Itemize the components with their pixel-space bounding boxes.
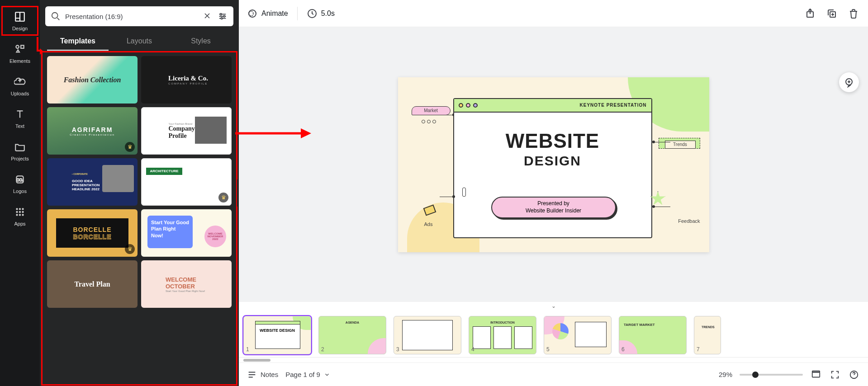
horizontal-scrollbar[interactable] [239,357,868,362]
separator [297,7,298,20]
svg-point-18 [249,10,256,17]
page-thumbnail-5[interactable] [544,316,612,354]
template-card[interactable]: ARCHITECTURE♛ [141,158,232,206]
browser-mockup: KEYNOTE PRESENTATION WEBSITE DESIGN Pres… [453,98,652,238]
animate-button[interactable]: Animate [247,8,288,19]
collapse-pages-button[interactable]: ⌄ [239,302,868,310]
grid-view-button[interactable] [810,369,822,381]
main-heading: WEBSITE [454,130,651,152]
template-card[interactable]: ▪ CORPORATEGOOD IDEA PRESENTATION HEADLI… [47,158,138,206]
zoom-slider[interactable] [740,374,803,376]
page-thumbnail-3[interactable] [394,316,461,354]
svg-point-15 [220,14,222,15]
page-thumbnail-2[interactable]: AGENDA [318,316,386,354]
page-thumbnail-4[interactable]: INTRODUCTION [469,316,536,354]
svg-point-17 [221,18,223,19]
svg-point-9 [19,211,21,213]
svg-point-14 [52,13,58,19]
template-search-input[interactable] [65,13,198,20]
svg-point-1 [16,45,19,48]
page-thumbnail-6[interactable]: TARGET MARKET [619,316,687,354]
star-icon [650,191,666,207]
fullscreen-button[interactable] [829,369,841,381]
panel-tabs: Templates Layouts Styles [40,33,239,51]
decoration-dots [422,120,436,123]
rail-logos[interactable]: CO. Logos [0,167,40,200]
page-strip: ⌄ WEBSITE DESIGN1 AGENDA2 3 INTRODUCTION… [239,302,868,362]
svg-point-8 [16,211,18,213]
template-card[interactable]: Fashion Collection [47,56,138,104]
editor: Animate 5.0s Market [239,0,868,386]
template-card[interactable]: WELCOME OCTOBERStart Your Good Plan Righ… [141,260,232,308]
presented-by-pill: Presented by Website Builder Insider [491,197,616,218]
pages-scroll[interactable]: WEBSITE DESIGN1 AGENDA2 3 INTRODUCTION4 … [239,310,868,357]
apps-icon [14,206,26,218]
rail-uploads-label: Uploads [11,91,29,96]
clock-icon [307,8,318,19]
template-card[interactable]: AGRIFARMCreative Presentation♛ [47,107,138,155]
notes-icon [247,370,257,380]
rail-apps-label: Apps [14,221,25,226]
notes-button[interactable]: Notes [247,370,278,380]
design-panel: Templates Layouts Styles Fashion Collect… [40,0,239,386]
chevron-down-icon [324,372,330,378]
annotation-arrow-1 [35,37,53,60]
delete-button[interactable] [847,7,860,20]
share-button[interactable] [804,7,816,20]
keynote-label: KEYNOTE PRESENTATION [580,103,647,108]
footer-bar: Notes Page 1 of 9 29% [239,362,868,386]
slide-canvas[interactable]: Market KEYNOTE PRESENTATION WEBSITE DESI… [398,77,709,252]
svg-point-12 [19,214,21,216]
tab-layouts[interactable]: Layouts [109,33,170,51]
search-filters-button[interactable] [217,11,228,22]
rail-elements[interactable]: Elements [0,37,40,70]
svg-rect-24 [812,371,820,372]
elements-icon [14,43,26,56]
rail-elements-label: Elements [9,58,30,64]
rail-design[interactable]: Design [0,5,40,37]
template-card[interactable]: Start Your Good Plan Right Now!WELCOME N… [141,209,232,257]
crown-icon: ♛ [125,244,135,254]
template-grid: Fashion Collection Liceria & Co.COMPANY … [42,52,237,385]
projects-icon [14,141,26,153]
page-thumbnail-1[interactable]: WEBSITE DESIGN [243,316,311,354]
crown-icon: ♛ [125,142,135,152]
duplicate-button[interactable] [825,7,838,20]
rail-text[interactable]: Text [0,102,40,135]
svg-point-16 [223,15,225,17]
svg-rect-2 [21,45,24,48]
svg-point-6 [19,208,21,210]
rail-projects-label: Projects [11,156,29,161]
add-comment-button[interactable] [839,72,859,92]
sub-heading: DESIGN [454,153,651,169]
page-indicator[interactable]: Page 1 of 9 [285,371,330,378]
canvas-area[interactable]: Market KEYNOTE PRESENTATION WEBSITE DESI… [239,27,868,302]
svg-point-7 [22,208,24,210]
top-toolbar: Animate 5.0s [239,0,868,27]
tab-styles[interactable]: Styles [170,33,232,51]
window-dots [459,103,478,108]
help-button[interactable] [848,369,860,381]
tab-templates[interactable]: Templates [47,33,109,51]
template-card[interactable]: Liceria & Co.COMPANY PROFILE [141,56,232,104]
template-card[interactable]: Your Fashion BrandCompany Profile [141,107,232,155]
rail-projects[interactable]: Projects [0,135,40,167]
animate-icon [247,8,258,19]
annotation-arrow-2 [235,127,312,140]
search-box [45,6,233,26]
logos-icon: CO. [14,173,26,186]
rail-text-label: Text [15,123,24,129]
clear-search-button[interactable] [203,11,213,21]
svg-rect-23 [812,372,820,377]
svg-point-5 [16,208,18,210]
template-card[interactable]: BORCELLEBORCELLE♛ [47,209,138,257]
rail-uploads[interactable]: Uploads [0,70,40,102]
callout-ads: Ads [424,206,441,227]
rail-apps[interactable]: Apps [0,200,40,232]
text-icon [14,108,26,121]
duration-button[interactable]: 5.0s [307,8,335,19]
callout-trends: Trends [665,138,700,149]
template-card[interactable]: Travel Plan [47,260,138,308]
svg-text:CO.: CO. [16,178,23,182]
svg-point-11 [16,214,18,216]
